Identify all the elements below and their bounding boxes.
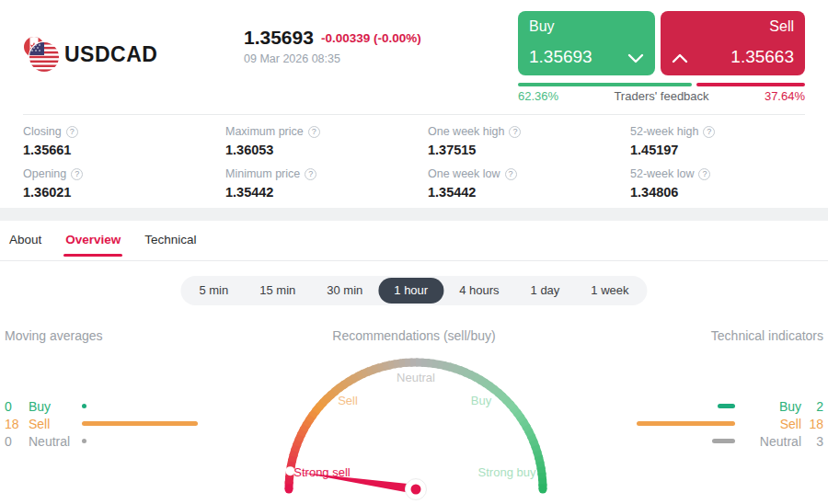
stat-value: 1.35442 (225, 185, 414, 200)
buy-button[interactable]: Buy 1.35693 (518, 11, 655, 75)
timeframe-1week[interactable]: 1 week (575, 278, 644, 304)
sell-button[interactable]: Sell 1.35663 (661, 11, 805, 75)
ma-neutral-label: Neutral (29, 434, 82, 449)
feedback-sell-bar (696, 83, 805, 86)
usdcad-flag-icon (23, 37, 60, 74)
timeframe-15min[interactable]: 15 min (244, 278, 311, 304)
stat-label: Closing (23, 125, 62, 138)
timeframe-selector: 5 min 15 min 30 min 1 hour 4 hours 1 day… (180, 276, 647, 305)
sell-price: 1.35663 (730, 47, 794, 67)
ti-row-neutral: Neutral 3 (712, 434, 823, 448)
stat-minimum-price: Minimum price? 1.35442 (225, 167, 414, 200)
help-icon[interactable]: ? (71, 168, 83, 180)
ti-sell-count: 18 (801, 417, 823, 431)
ma-row-neutral: 0 Neutral (5, 434, 86, 448)
ti-neutral-label: Neutral (744, 434, 801, 449)
stat-value: 1.35442 (428, 185, 616, 200)
ma-neutral-count: 0 (5, 434, 29, 449)
stat-52-week-low: 52-week low? 1.34806 (630, 167, 819, 200)
tab-about[interactable]: About (9, 221, 41, 261)
stat-label: Opening (23, 167, 66, 180)
stat-52-week-high: 52-week high? 1.45197 (630, 125, 819, 157)
stat-label: One week low (428, 167, 500, 180)
stat-opening: Opening? 1.36021 (23, 167, 212, 200)
chevron-up-icon (672, 52, 688, 63)
ma-sell-label: Sell (29, 417, 82, 431)
help-icon[interactable]: ? (703, 126, 715, 138)
ma-sell-count: 18 (5, 417, 29, 431)
stat-value: 1.35661 (23, 143, 212, 157)
section-tabbar: About Overview Technical (0, 221, 828, 261)
gauge-label-sell: Sell (338, 394, 358, 407)
ti-buy-label: Buy (744, 399, 801, 414)
stat-closing: Closing? 1.35661 (23, 125, 212, 157)
ti-sell-bar (637, 421, 735, 426)
stat-one-week-low: One week low? 1.35442 (428, 167, 616, 200)
timeframe-5min[interactable]: 5 min (183, 278, 244, 304)
timeframe-1hour[interactable]: 1 hour (378, 278, 443, 304)
ti-row-sell: Sell 18 (637, 417, 823, 430)
help-icon[interactable]: ? (308, 126, 320, 138)
ma-buy-count: 0 (5, 399, 29, 414)
stat-value: 1.36021 (23, 185, 212, 200)
stat-one-week-high: One week high? 1.37515 (428, 125, 616, 157)
timeframe-4hours[interactable]: 4 hours (443, 278, 514, 304)
help-icon[interactable]: ? (66, 126, 78, 138)
ma-neutral-bar (82, 439, 86, 443)
header-divider (23, 114, 805, 115)
feedback-sell-percent: 37.64% (765, 89, 805, 103)
timeframe-30min[interactable]: 30 min (311, 278, 378, 304)
chevron-down-icon (627, 52, 644, 63)
stat-maximum-price: Maximum price? 1.36053 (225, 125, 414, 157)
pair-title: USDCAD (64, 42, 157, 67)
tab-overview[interactable]: Overview (65, 221, 121, 261)
recommendations-title: Recommendations (sell/buy) (0, 328, 828, 343)
gauge-label-strong-buy: Strong buy (478, 465, 536, 479)
help-icon[interactable]: ? (509, 126, 521, 138)
sell-button-label: Sell (769, 18, 794, 35)
stat-value: 1.34806 (630, 185, 819, 200)
gauge-label-strong-sell: Strong sell (293, 465, 350, 479)
tab-technical[interactable]: Technical (144, 221, 196, 261)
help-icon[interactable]: ? (505, 168, 517, 180)
stat-value: 1.45197 (630, 143, 819, 157)
buy-button-label: Buy (529, 18, 555, 35)
help-icon[interactable]: ? (698, 168, 710, 180)
feedback-label: Traders' feedback (518, 89, 805, 103)
ma-row-sell: 18 Sell (5, 417, 198, 430)
stat-label: Maximum price (225, 125, 304, 138)
ma-row-buy: 0 Buy (5, 399, 86, 413)
ma-buy-label: Buy (29, 399, 82, 414)
ma-sell-bar (82, 421, 198, 426)
stat-label: One week high (428, 125, 504, 138)
timeframe-1day[interactable]: 1 day (515, 278, 576, 304)
instrument-overview-page: USDCAD 1.35693 -0.00339 (-0.00%) 09 Mar … (0, 0, 828, 504)
ti-row-buy: Buy 2 (718, 399, 823, 413)
price-change: -0.00339 (-0.00%) (321, 31, 421, 45)
current-price: 1.35693 (244, 27, 314, 49)
gauge-label-buy: Buy (471, 394, 491, 407)
buy-price: 1.35693 (529, 47, 592, 67)
ma-buy-bar (82, 404, 86, 408)
stat-value: 1.36053 (225, 143, 414, 157)
ti-neutral-bar (712, 439, 735, 443)
stat-value: 1.37515 (428, 143, 616, 157)
ti-sell-label: Sell (744, 417, 801, 431)
stat-label: Minimum price (225, 167, 300, 180)
help-icon[interactable]: ? (305, 168, 316, 180)
gauge-label-neutral: Neutral (397, 371, 435, 384)
technical-indicators-title: Technical indicators (711, 328, 823, 343)
section-gap (0, 208, 828, 221)
feedback-buy-bar (518, 83, 692, 86)
ti-buy-count: 2 (801, 399, 823, 414)
stat-label: 52-week high (630, 125, 698, 138)
price-timestamp: 09 Mar 2026 08:35 (244, 52, 340, 65)
ti-buy-bar (718, 404, 735, 408)
ti-neutral-count: 3 (801, 434, 823, 449)
stat-label: 52-week low (630, 167, 694, 180)
